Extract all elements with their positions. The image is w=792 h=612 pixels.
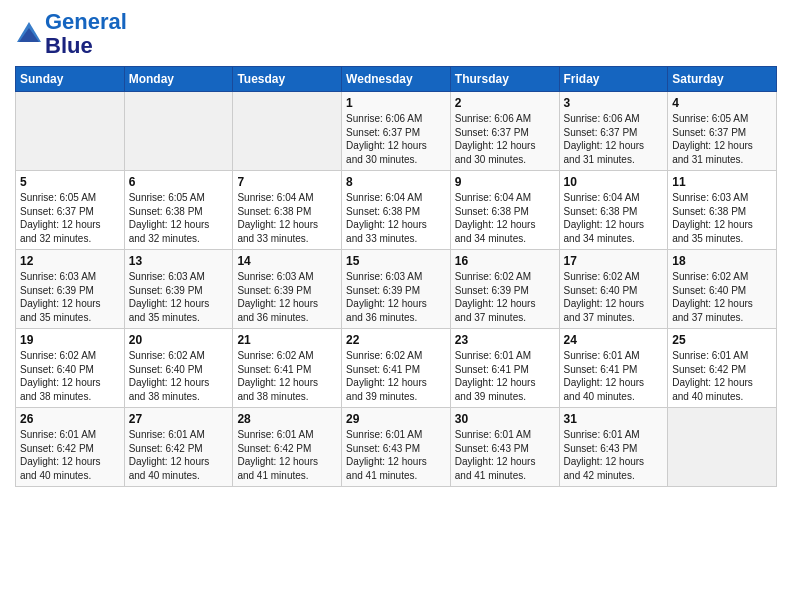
day-detail: Sunrise: 6:01 AM Sunset: 6:43 PM Dayligh… [346,428,446,482]
calendar-week-row: 19Sunrise: 6:02 AM Sunset: 6:40 PM Dayli… [16,329,777,408]
calendar-cell: 27Sunrise: 6:01 AM Sunset: 6:42 PM Dayli… [124,408,233,487]
day-detail: Sunrise: 6:01 AM Sunset: 6:42 PM Dayligh… [672,349,772,403]
day-detail: Sunrise: 6:01 AM Sunset: 6:42 PM Dayligh… [237,428,337,482]
day-detail: Sunrise: 6:02 AM Sunset: 6:41 PM Dayligh… [346,349,446,403]
day-detail: Sunrise: 6:02 AM Sunset: 6:40 PM Dayligh… [20,349,120,403]
weekday-header: Wednesday [342,67,451,92]
calendar-header-row: SundayMondayTuesdayWednesdayThursdayFrid… [16,67,777,92]
day-detail: Sunrise: 6:01 AM Sunset: 6:43 PM Dayligh… [455,428,555,482]
day-number: 13 [129,254,229,268]
day-number: 4 [672,96,772,110]
day-detail: Sunrise: 6:06 AM Sunset: 6:37 PM Dayligh… [346,112,446,166]
weekday-header: Monday [124,67,233,92]
day-detail: Sunrise: 6:04 AM Sunset: 6:38 PM Dayligh… [346,191,446,245]
day-detail: Sunrise: 6:01 AM Sunset: 6:42 PM Dayligh… [129,428,229,482]
calendar-cell: 10Sunrise: 6:04 AM Sunset: 6:38 PM Dayli… [559,171,668,250]
day-number: 17 [564,254,664,268]
day-detail: Sunrise: 6:02 AM Sunset: 6:40 PM Dayligh… [672,270,772,324]
calendar-week-row: 26Sunrise: 6:01 AM Sunset: 6:42 PM Dayli… [16,408,777,487]
calendar-cell: 8Sunrise: 6:04 AM Sunset: 6:38 PM Daylig… [342,171,451,250]
calendar-cell: 28Sunrise: 6:01 AM Sunset: 6:42 PM Dayli… [233,408,342,487]
day-number: 1 [346,96,446,110]
weekday-header: Thursday [450,67,559,92]
day-number: 24 [564,333,664,347]
day-detail: Sunrise: 6:01 AM Sunset: 6:43 PM Dayligh… [564,428,664,482]
calendar-cell: 30Sunrise: 6:01 AM Sunset: 6:43 PM Dayli… [450,408,559,487]
calendar-cell: 23Sunrise: 6:01 AM Sunset: 6:41 PM Dayli… [450,329,559,408]
page: GeneralBlue SundayMondayTuesdayWednesday… [0,0,792,612]
day-number: 21 [237,333,337,347]
calendar-cell: 18Sunrise: 6:02 AM Sunset: 6:40 PM Dayli… [668,250,777,329]
day-number: 19 [20,333,120,347]
day-number: 10 [564,175,664,189]
calendar-cell: 11Sunrise: 6:03 AM Sunset: 6:38 PM Dayli… [668,171,777,250]
calendar-cell: 20Sunrise: 6:02 AM Sunset: 6:40 PM Dayli… [124,329,233,408]
day-number: 6 [129,175,229,189]
day-detail: Sunrise: 6:02 AM Sunset: 6:41 PM Dayligh… [237,349,337,403]
calendar-cell: 31Sunrise: 6:01 AM Sunset: 6:43 PM Dayli… [559,408,668,487]
day-detail: Sunrise: 6:04 AM Sunset: 6:38 PM Dayligh… [455,191,555,245]
day-number: 5 [20,175,120,189]
day-number: 31 [564,412,664,426]
calendar-cell: 25Sunrise: 6:01 AM Sunset: 6:42 PM Dayli… [668,329,777,408]
day-detail: Sunrise: 6:01 AM Sunset: 6:42 PM Dayligh… [20,428,120,482]
calendar-cell: 21Sunrise: 6:02 AM Sunset: 6:41 PM Dayli… [233,329,342,408]
day-detail: Sunrise: 6:02 AM Sunset: 6:39 PM Dayligh… [455,270,555,324]
day-number: 15 [346,254,446,268]
calendar-cell [124,92,233,171]
day-detail: Sunrise: 6:02 AM Sunset: 6:40 PM Dayligh… [129,349,229,403]
logo-icon [15,20,43,48]
day-number: 25 [672,333,772,347]
calendar-cell: 12Sunrise: 6:03 AM Sunset: 6:39 PM Dayli… [16,250,125,329]
calendar-cell: 16Sunrise: 6:02 AM Sunset: 6:39 PM Dayli… [450,250,559,329]
day-number: 2 [455,96,555,110]
weekday-header: Saturday [668,67,777,92]
calendar-cell: 1Sunrise: 6:06 AM Sunset: 6:37 PM Daylig… [342,92,451,171]
calendar-cell: 5Sunrise: 6:05 AM Sunset: 6:37 PM Daylig… [16,171,125,250]
calendar-cell: 3Sunrise: 6:06 AM Sunset: 6:37 PM Daylig… [559,92,668,171]
day-number: 12 [20,254,120,268]
day-detail: Sunrise: 6:02 AM Sunset: 6:40 PM Dayligh… [564,270,664,324]
calendar-cell: 2Sunrise: 6:06 AM Sunset: 6:37 PM Daylig… [450,92,559,171]
day-detail: Sunrise: 6:05 AM Sunset: 6:37 PM Dayligh… [20,191,120,245]
day-number: 16 [455,254,555,268]
calendar-cell: 19Sunrise: 6:02 AM Sunset: 6:40 PM Dayli… [16,329,125,408]
day-detail: Sunrise: 6:04 AM Sunset: 6:38 PM Dayligh… [564,191,664,245]
calendar-week-row: 12Sunrise: 6:03 AM Sunset: 6:39 PM Dayli… [16,250,777,329]
calendar-cell [16,92,125,171]
calendar-cell [668,408,777,487]
calendar-cell: 4Sunrise: 6:05 AM Sunset: 6:37 PM Daylig… [668,92,777,171]
day-number: 26 [20,412,120,426]
day-number: 30 [455,412,555,426]
calendar-cell: 29Sunrise: 6:01 AM Sunset: 6:43 PM Dayli… [342,408,451,487]
calendar-week-row: 5Sunrise: 6:05 AM Sunset: 6:37 PM Daylig… [16,171,777,250]
day-number: 23 [455,333,555,347]
day-number: 22 [346,333,446,347]
day-number: 3 [564,96,664,110]
day-number: 14 [237,254,337,268]
calendar-week-row: 1Sunrise: 6:06 AM Sunset: 6:37 PM Daylig… [16,92,777,171]
calendar-cell: 17Sunrise: 6:02 AM Sunset: 6:40 PM Dayli… [559,250,668,329]
day-number: 7 [237,175,337,189]
weekday-header: Friday [559,67,668,92]
logo: GeneralBlue [15,10,127,58]
day-detail: Sunrise: 6:03 AM Sunset: 6:38 PM Dayligh… [672,191,772,245]
calendar-cell: 13Sunrise: 6:03 AM Sunset: 6:39 PM Dayli… [124,250,233,329]
day-number: 9 [455,175,555,189]
calendar-cell: 24Sunrise: 6:01 AM Sunset: 6:41 PM Dayli… [559,329,668,408]
day-detail: Sunrise: 6:05 AM Sunset: 6:38 PM Dayligh… [129,191,229,245]
calendar-cell: 6Sunrise: 6:05 AM Sunset: 6:38 PM Daylig… [124,171,233,250]
day-detail: Sunrise: 6:01 AM Sunset: 6:41 PM Dayligh… [564,349,664,403]
calendar-cell: 15Sunrise: 6:03 AM Sunset: 6:39 PM Dayli… [342,250,451,329]
weekday-header: Sunday [16,67,125,92]
day-detail: Sunrise: 6:06 AM Sunset: 6:37 PM Dayligh… [455,112,555,166]
day-detail: Sunrise: 6:03 AM Sunset: 6:39 PM Dayligh… [129,270,229,324]
day-detail: Sunrise: 6:03 AM Sunset: 6:39 PM Dayligh… [20,270,120,324]
day-number: 29 [346,412,446,426]
calendar-cell: 26Sunrise: 6:01 AM Sunset: 6:42 PM Dayli… [16,408,125,487]
logo-text: GeneralBlue [45,10,127,58]
day-number: 27 [129,412,229,426]
calendar: SundayMondayTuesdayWednesdayThursdayFrid… [15,66,777,487]
day-detail: Sunrise: 6:03 AM Sunset: 6:39 PM Dayligh… [346,270,446,324]
day-detail: Sunrise: 6:03 AM Sunset: 6:39 PM Dayligh… [237,270,337,324]
